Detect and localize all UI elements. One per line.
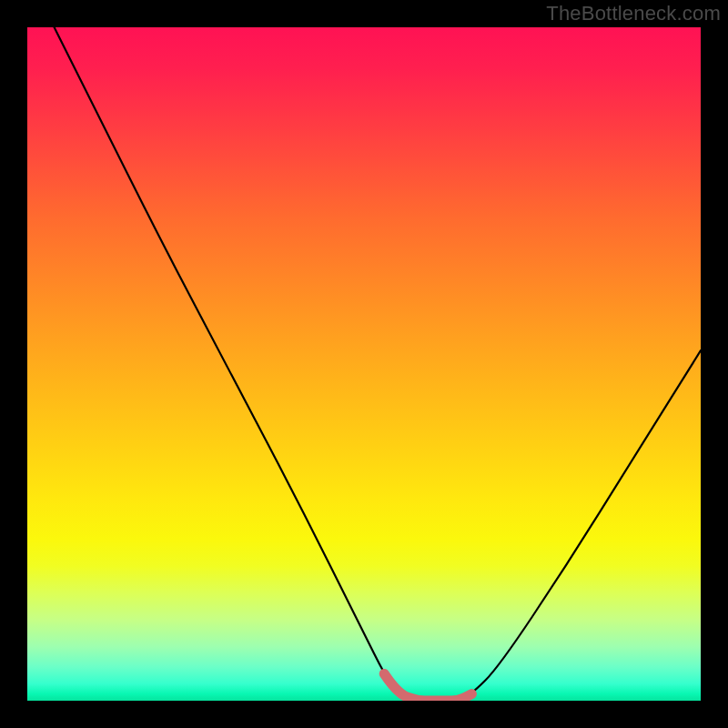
- watermark-text: TheBottleneck.com: [546, 2, 721, 25]
- chart-frame: TheBottleneck.com: [0, 0, 728, 728]
- bottleneck-curve-path: [55, 27, 701, 701]
- plot-area: [27, 27, 701, 701]
- curve-layer: [27, 27, 701, 701]
- optimal-segment-path: [384, 673, 471, 701]
